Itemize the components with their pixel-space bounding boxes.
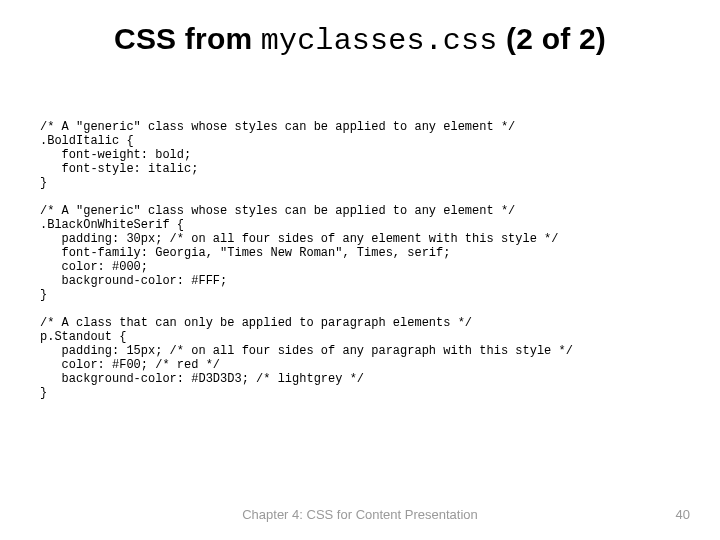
title-suffix: (2 of 2) xyxy=(497,22,605,55)
slide: CSS from myclasses.css (2 of 2) /* A "ge… xyxy=(0,0,720,540)
title-prefix: CSS from xyxy=(114,22,261,55)
slide-title: CSS from myclasses.css (2 of 2) xyxy=(0,22,720,58)
css-code-block: /* A "generic" class whose styles can be… xyxy=(40,120,680,400)
title-filename: myclasses.css xyxy=(261,24,498,58)
footer-chapter: Chapter 4: CSS for Content Presentation xyxy=(0,507,720,522)
page-number: 40 xyxy=(676,507,690,522)
